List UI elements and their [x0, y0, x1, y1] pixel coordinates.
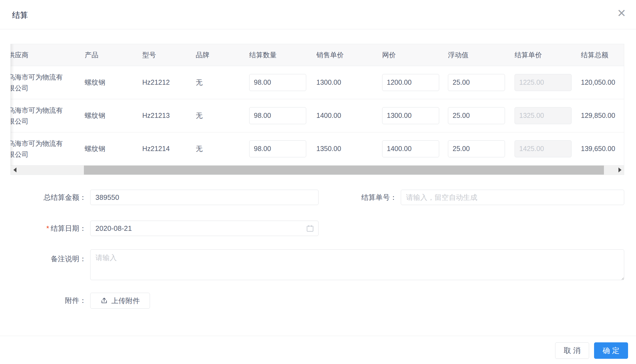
scroll-left-arrow-icon[interactable] [11, 166, 19, 175]
settle-date-input[interactable] [90, 221, 319, 236]
brand-cell: 无 [192, 99, 245, 132]
settle-date-picker[interactable] [90, 221, 319, 236]
remark-label: 备注说明： [0, 253, 86, 264]
confirm-button[interactable]: 确 定 [594, 342, 628, 359]
settle-price-input [515, 140, 572, 157]
brand-cell: 无 [192, 132, 245, 165]
float-value-input[interactable] [448, 74, 505, 91]
supplier-cell: 乌海市可为物流有限公司 [11, 132, 81, 165]
table-row: 乌海市可为物流有限公司 螺纹钢 Hz21213 无 1400.00 129,85… [11, 99, 624, 132]
header-supplier: 供应商 [11, 44, 81, 66]
attachment-label: 附件： [0, 293, 86, 308]
total-amount-input[interactable] [90, 190, 319, 205]
model-cell: Hz21214 [138, 132, 192, 165]
table-header-row: 供应商 产品 型号 品牌 结算数量 销售单价 网价 浮动值 结算单价 结算总额 [11, 44, 624, 66]
header-model: 型号 [138, 44, 192, 66]
settle-price-input [515, 107, 572, 124]
quantity-input[interactable] [249, 107, 306, 124]
model-cell: Hz21213 [138, 99, 192, 132]
sale-price-cell: 1300.00 [313, 66, 378, 99]
remark-textarea[interactable] [90, 249, 624, 280]
header-brand: 品牌 [192, 44, 245, 66]
header-net-price: 网价 [378, 44, 444, 66]
product-cell: 螺纹钢 [81, 99, 138, 132]
calendar-icon [306, 224, 314, 232]
float-value-input[interactable] [448, 107, 505, 124]
header-quantity: 结算数量 [245, 44, 313, 66]
upload-button-label: 上传附件 [111, 296, 140, 306]
model-cell: Hz21212 [138, 66, 192, 99]
settlement-table: 供应商 产品 型号 品牌 结算数量 销售单价 网价 浮动值 结算单价 结算总额 … [10, 44, 624, 175]
total-cell: 129,850.00 [577, 99, 624, 132]
net-price-input[interactable] [382, 107, 439, 124]
upload-icon [100, 297, 108, 305]
total-amount-label: 总结算金额： [0, 190, 86, 205]
cancel-button[interactable]: 取 消 [555, 342, 589, 359]
supplier-cell: 乌海市可为物流有限公司 [11, 66, 81, 99]
header-sale-price: 销售单价 [313, 44, 378, 66]
supplier-cell: 乌海市可为物流有限公司 [11, 99, 81, 132]
settle-no-input[interactable] [401, 190, 624, 205]
product-cell: 螺纹钢 [81, 132, 138, 165]
header-total: 结算总额 [577, 44, 624, 66]
total-cell: 139,650.00 [577, 132, 624, 165]
upload-attachment-button[interactable]: 上传附件 [90, 293, 150, 309]
quantity-input[interactable] [249, 74, 306, 91]
net-price-input[interactable] [382, 140, 439, 157]
dialog-footer: 取 消 确 定 [0, 336, 636, 364]
dialog-header: 结算 ✕ [0, 0, 636, 29]
product-cell: 螺纹钢 [81, 66, 138, 99]
header-settle-price: 结算单价 [511, 44, 577, 66]
net-price-input[interactable] [382, 74, 439, 91]
header-product: 产品 [81, 44, 138, 66]
settle-price-input [515, 74, 572, 91]
quantity-input[interactable] [249, 140, 306, 157]
table-row: 乌海市可为物流有限公司 螺纹钢 Hz21214 无 1350.00 139,65… [11, 132, 624, 165]
sale-price-cell: 1400.00 [313, 99, 378, 132]
table-row: 乌海市可为物流有限公司 螺纹钢 Hz21212 无 1300.00 120,05… [11, 66, 624, 99]
horizontal-scrollbar[interactable] [11, 166, 624, 175]
required-mark: * [46, 224, 49, 232]
close-icon[interactable]: ✕ [617, 8, 626, 19]
header-float-value: 浮动值 [444, 44, 511, 66]
total-cell: 120,050.00 [577, 66, 624, 99]
scrollbar-thumb[interactable] [84, 166, 604, 175]
table-scroll-viewport: 供应商 产品 型号 品牌 结算数量 销售单价 网价 浮动值 结算单价 结算总额 … [11, 44, 624, 166]
sale-price-cell: 1350.00 [313, 132, 378, 165]
settle-date-label: *结算日期： [0, 221, 86, 236]
settle-no-label: 结算单号： [315, 190, 397, 205]
float-value-input[interactable] [448, 140, 505, 157]
dialog-title: 结算 [12, 10, 28, 21]
brand-cell: 无 [192, 66, 245, 99]
scroll-right-arrow-icon[interactable] [616, 166, 624, 175]
